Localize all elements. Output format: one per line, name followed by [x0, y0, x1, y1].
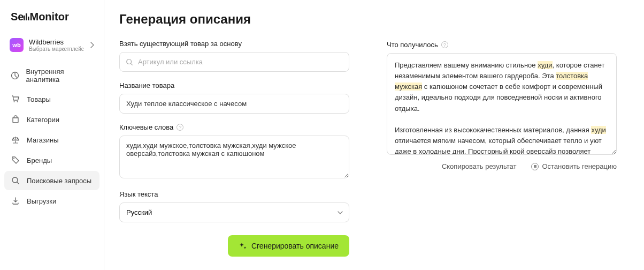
scales-icon [11, 135, 20, 145]
logo-bars-icon [24, 11, 29, 22]
svg-rect-0 [24, 16, 25, 20]
page-title: Генерация описания [119, 12, 349, 27]
download-icon [11, 196, 20, 206]
sidebar-item-analytics[interactable]: Внутренняя аналитика [4, 63, 99, 88]
svg-point-5 [17, 101, 18, 102]
logo: SeMonitor [4, 9, 99, 34]
sidebar-item-categories[interactable]: Категории [4, 110, 99, 129]
base-product-input[interactable] [119, 52, 349, 72]
stop-icon [531, 163, 539, 170]
search-icon [126, 58, 133, 66]
copy-result-button[interactable]: Скопировать результат [442, 162, 517, 170]
copy-label: Скопировать результат [442, 162, 517, 170]
help-icon[interactable]: ? [441, 41, 448, 48]
keywords-label: Ключевые слова ? [119, 123, 349, 131]
cart-icon [11, 94, 20, 104]
sidebar-item-label: Бренды [27, 156, 52, 164]
stop-generation-button[interactable]: Остановить генерацию [531, 162, 617, 170]
marketplace-name: Wildberries [29, 38, 90, 46]
marketplace-selector[interactable]: wb Wildberries Выбрать маркетплейс [4, 34, 99, 56]
stop-label: Остановить генерацию [542, 162, 617, 170]
svg-point-8 [127, 59, 132, 64]
language-label: Язык текста [119, 190, 349, 198]
sidebar-item-label: Категории [27, 116, 59, 124]
chevron-right-icon [90, 42, 94, 48]
help-icon[interactable]: ? [177, 124, 183, 131]
svg-rect-1 [26, 13, 27, 20]
sidebar-item-stores[interactable]: Магазины [4, 130, 99, 149]
sidebar-item-products[interactable]: Товары [4, 89, 99, 109]
search-icon [11, 176, 20, 185]
tag-icon [11, 155, 20, 165]
svg-point-7 [12, 177, 18, 183]
sidebar-item-label: Магазины [27, 136, 59, 144]
sidebar-item-label: Поисковые запросы [27, 177, 91, 185]
bag-icon [11, 115, 20, 124]
sidebar-item-brands[interactable]: Бренды [4, 151, 99, 170]
result-label: Что получилось ? [387, 41, 617, 49]
logo-part2: Monitor [29, 11, 68, 22]
svg-point-6 [13, 158, 14, 159]
logo-part1: Se [11, 11, 24, 22]
generate-button[interactable]: Сгенерировать описание [228, 235, 349, 257]
wildberries-icon: wb [10, 38, 24, 52]
svg-point-4 [14, 101, 15, 102]
sidebar-item-label: Товары [27, 95, 51, 103]
base-product-label: Взять существующий товар за основу [119, 40, 349, 48]
product-name-label: Название товара [119, 81, 349, 89]
marketplace-sub: Выбрать маркетплейс [29, 46, 90, 52]
sidebar-item-exports[interactable]: Выгрузки [4, 191, 99, 211]
sidebar-item-label: Внутренняя аналитика [26, 68, 93, 84]
result-textarea[interactable]: Представляем вашему вниманию стильное ху… [387, 53, 617, 155]
pie-chart-icon [11, 71, 19, 80]
product-name-input[interactable] [119, 94, 349, 114]
sparkles-icon [239, 242, 247, 250]
svg-rect-2 [28, 17, 29, 20]
sidebar-item-label: Выгрузки [27, 197, 56, 205]
language-select[interactable]: Русский [119, 202, 349, 222]
sidebar-item-search-queries[interactable]: Поисковые запросы [4, 171, 99, 190]
generate-button-label: Сгенерировать описание [251, 242, 339, 250]
keywords-input[interactable]: худи,худи мужское,толстовка мужская,худи… [119, 136, 349, 178]
